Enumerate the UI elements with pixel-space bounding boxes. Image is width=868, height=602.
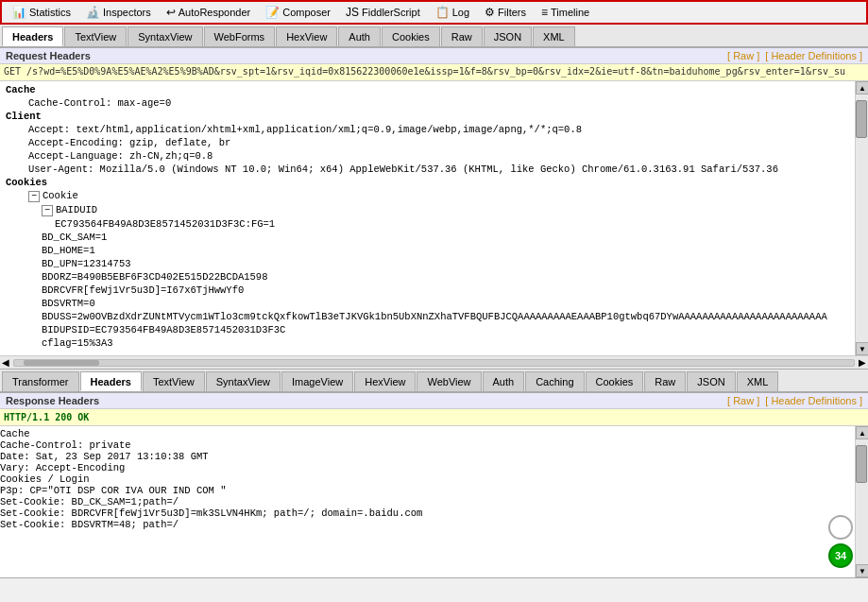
response-headers-scrollbar[interactable]: ▲ ▼ [855,426,868,577]
tab-response-webview[interactable]: WebView [417,371,481,391]
tab-response-imageview[interactable]: ImageView [281,371,353,391]
toolbar-item-filters[interactable]: ⚙ Filters [478,3,533,22]
cflag: cflag=15%3A3 [0,336,868,350]
cache-control-item: Cache-Control: max-age=0 [0,96,868,110]
log-icon: 📋 [435,6,450,19]
toolbar-label-composer: Composer [282,7,331,18]
white-circle-button[interactable] [828,515,853,540]
scroll-thumb[interactable] [856,100,867,138]
request-headers-scrollbar[interactable]: ▲ ▼ [855,81,868,355]
tab-response-textview[interactable]: TextView [143,371,205,391]
green-circle-label: 34 [835,550,846,561]
toolbar-item-fiddlerscript[interactable]: JS FiddlerScript [339,3,427,22]
toolbar-item-log[interactable]: 📋 Log [429,3,476,22]
tab-response-caching[interactable]: Caching [525,371,584,391]
toolbar-item-inspectors[interactable]: 🔬 Inspectors [79,3,158,22]
resp-vary: Vary: Accept-Encoding [0,462,868,473]
bdorz: BDORZ=B490B5EBF6F3CD402E515D22BCDA1598 [0,270,868,284]
bd-ck-sam: BD_CK_SAM=1 [0,231,868,244]
resp-set-cookie-bdrcvfr: Set-Cookie: BDRCVFR[feWj1Vr5u3D]=mk3SLVN… [0,507,868,519]
baiduid-expand[interactable]: − [42,205,53,216]
tab-response-json[interactable]: JSON [687,371,735,391]
request-headers-panel: Request Headers [ Raw ] [ Header Definit… [0,47,868,370]
tab-request-syntaxview[interactable]: SyntaxView [128,26,202,46]
tab-request-webforms[interactable]: WebForms [204,26,276,46]
request-tab-bar: Headers TextView SyntaxView WebForms Hex… [0,25,868,47]
h-scroll-left[interactable]: ◀ [2,357,9,368]
request-h-scrollbar[interactable]: ◀ ▶ [0,355,868,369]
client-group-label: Client [0,110,868,123]
request-header-definitions-link[interactable]: [ Header Definitions ] [765,50,862,61]
bd-home: BD_HOME=1 [0,244,868,257]
filters-icon: ⚙ [485,6,495,19]
toolbar-item-autoresponder[interactable]: ↩ AutoResponder [160,3,257,22]
request-url-bar: GET /s?wd=%E5%D0%9A%E5%AE%A2%E5%9B%AD&rs… [0,64,868,81]
toolbar-label-log: Log [452,7,469,18]
resp-set-cookie-bdsvrtm: Set-Cookie: BDSVRTM=48; path=/ [0,519,868,530]
response-cache-label: Cache [0,428,868,439]
tab-response-headers[interactable]: Headers [80,371,142,391]
response-headers-header: Response Headers [ Raw ] [ Header Defini… [0,392,868,409]
bduss: BDUSS=2w0OVBzdXdrZUNtMTVycm1WTlo3cm9tckQ… [0,310,868,323]
inspectors-icon: 🔬 [86,6,100,19]
green-circle-button[interactable]: 34 [828,543,853,568]
scroll-up-arrow[interactable]: ▲ [856,81,868,95]
tab-request-cookies[interactable]: Cookies [382,26,440,46]
toolbar-label-autoresponder: AutoResponder [179,7,250,18]
accept-item: Accept: text/html,application/xhtml+xml,… [0,123,868,136]
tab-response-cookies[interactable]: Cookies [586,371,644,391]
bdrcvfr: BDRCVFR[feWj1Vr5u3D]=I67x6TjHwwYf0 [0,284,868,297]
toolbar-item-composer[interactable]: 📝 Composer [259,3,337,22]
cookies-group-label: Cookies [0,176,868,189]
h-scroll-right[interactable]: ▶ [859,357,866,368]
request-headers-title: Request Headers [6,50,91,61]
response-header-definitions-link[interactable]: [ Header Definitions ] [765,395,862,406]
h-scrollbar-track[interactable] [13,359,855,367]
tab-request-headers[interactable]: Headers [2,26,63,46]
user-agent-item: User-Agent: Mozilla/5.0 (Windows NT 10.0… [0,163,868,176]
resp-scroll-thumb[interactable] [856,445,867,483]
tab-request-xml[interactable]: XML [533,26,575,46]
tab-request-auth[interactable]: Auth [338,26,381,46]
statistics-icon: 📊 [12,6,26,19]
tab-response-transformer[interactable]: Transformer [2,371,79,391]
toolbar-item-statistics[interactable]: 📊 Statistics [6,3,77,22]
cache-group-label: Cache [0,83,868,96]
tab-request-json[interactable]: JSON [484,26,532,46]
tab-response-syntaxview[interactable]: SyntaxView [206,371,281,391]
tab-response-hexview[interactable]: HexView [354,371,416,391]
response-raw-link[interactable]: [ Raw ] [727,395,759,406]
response-cookies-label: Cookies / Login [0,473,868,485]
cookie-expand[interactable]: − [28,191,40,202]
resp-date: Date: Sat, 23 Sep 2017 13:10:38 GMT [0,451,868,462]
tab-request-raw[interactable]: Raw [441,26,483,46]
response-header-links: [ Raw ] [ Header Definitions ] [727,395,862,406]
accept-encoding-item: Accept-Encoding: gzip, deflate, br [0,136,868,149]
cookie-item: −Cookie [0,189,868,203]
request-header-links: [ Raw ] [ Header Definitions ] [727,50,862,61]
tab-request-hexview[interactable]: HexView [276,26,337,46]
resp-scroll-up-arrow[interactable]: ▲ [856,426,868,439]
toolbar-label-inspectors: Inspectors [103,7,151,18]
resp-p3p: P3p: CP="OTI DSP COR IVA OUR IND COM " [0,485,868,496]
response-tab-bar: Transformer Headers TextView SyntaxView … [0,370,868,392]
request-headers-content: Cache Cache-Control: max-age=0 Client Ac… [0,81,868,355]
response-status-text: HTTP/1.1 200 OK [4,412,89,422]
toolbar-item-timeline[interactable]: ≡ Timeline [535,3,596,22]
resp-set-cookie-bd-ck-sam: Set-Cookie: BD_CK_SAM=1;path=/ [0,496,868,507]
tab-response-xml[interactable]: XML [737,371,779,391]
timeline-icon: ≡ [541,6,548,19]
tab-response-auth[interactable]: Auth [483,371,525,391]
baiduid-value: EC793564FB49A8D3E8571452031D3F3C:FG=1 [0,217,868,231]
response-headers-title: Response Headers [6,395,99,406]
resp-cache-control: Cache-Control: private [0,439,868,451]
main-toolbar: 📊 Statistics 🔬 Inspectors ↩ AutoResponde… [0,0,868,25]
scroll-down-arrow[interactable]: ▼ [856,342,868,355]
request-raw-link[interactable]: [ Raw ] [727,50,759,61]
autoresponder-icon: ↩ [166,6,176,19]
resp-scroll-down-arrow[interactable]: ▼ [856,564,868,577]
tab-response-raw[interactable]: Raw [644,371,686,391]
toolbar-label-fiddlerscript: FiddlerScript [362,7,420,18]
tab-request-textview[interactable]: TextView [64,26,127,46]
toolbar-label-filters: Filters [498,7,526,18]
